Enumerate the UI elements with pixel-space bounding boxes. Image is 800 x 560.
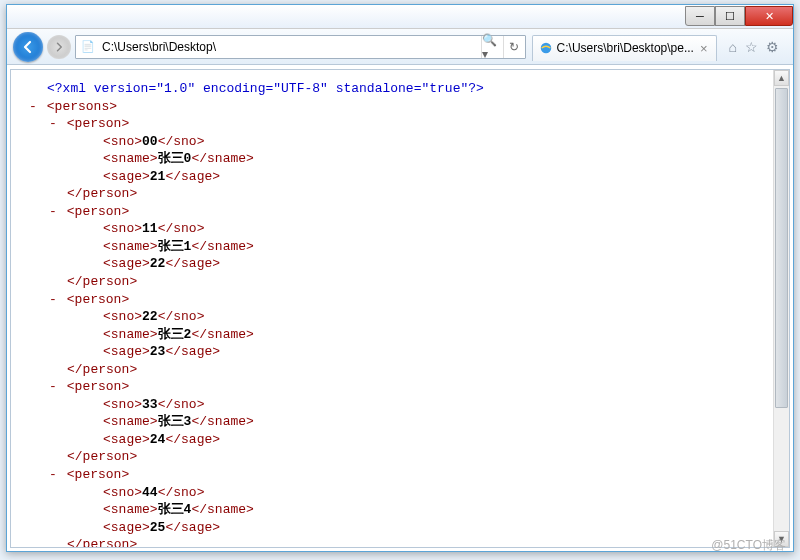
xml-line: <sname>张三4</sname> (27, 501, 757, 519)
refresh-button[interactable]: ↻ (503, 36, 525, 58)
page-icon: 📄 (80, 39, 96, 55)
collapse-toggle-icon[interactable]: - (47, 466, 59, 484)
xml-line: </person> (27, 273, 757, 291)
tab-title: C:\Users\bri\Desktop\pe... (557, 41, 694, 55)
xml-line: - <person> (27, 466, 757, 484)
address-bar[interactable]: 📄 🔍 ▾ ↻ (75, 35, 526, 59)
settings-gear-icon[interactable]: ⚙ (766, 39, 779, 55)
titlebar: ─ ☐ ✕ (7, 5, 793, 29)
address-input[interactable] (100, 40, 481, 54)
ie-icon (539, 41, 553, 55)
toolbar-icons: ⌂ ☆ ⚙ (721, 39, 787, 55)
tab-active[interactable]: C:\Users\bri\Desktop\pe... × (532, 35, 717, 61)
xml-line: - <person> (27, 378, 757, 396)
xml-line: </person> (27, 185, 757, 203)
collapse-toggle-icon[interactable]: - (47, 203, 59, 221)
xml-line: <sage>21</sage> (27, 168, 757, 186)
content-area: <?xml version="1.0" encoding="UTF-8" sta… (10, 69, 790, 548)
xml-line: <sno>00</sno> (27, 133, 757, 151)
collapse-toggle-icon[interactable]: - (47, 378, 59, 396)
collapse-toggle-icon[interactable]: - (47, 291, 59, 309)
xml-line: <sno>44</sno> (27, 484, 757, 502)
xml-line: <sage>22</sage> (27, 255, 757, 273)
xml-line: <sage>25</sage> (27, 519, 757, 537)
xml-line: </person> (27, 536, 757, 547)
search-dropdown-icon[interactable]: 🔍 ▾ (481, 36, 503, 58)
navbar: 📄 🔍 ▾ ↻ C:\Users\bri\Desktop\pe... × ⌂ ☆… (7, 29, 793, 65)
xml-line: <sname>张三3</sname> (27, 413, 757, 431)
collapse-toggle-icon[interactable]: - (47, 115, 59, 133)
arrow-right-icon (53, 41, 65, 53)
xml-line: </person> (27, 361, 757, 379)
close-button[interactable]: ✕ (745, 6, 793, 26)
xml-line: <sname>张三2</sname> (27, 326, 757, 344)
scroll-up-button[interactable]: ▲ (774, 70, 789, 86)
collapse-toggle-icon[interactable]: - (27, 98, 39, 116)
back-button[interactable] (13, 32, 43, 62)
tab-strip: C:\Users\bri\Desktop\pe... × (532, 33, 717, 61)
maximize-button[interactable]: ☐ (715, 6, 745, 26)
xml-line: <sno>11</sno> (27, 220, 757, 238)
window-buttons: ─ ☐ ✕ (685, 7, 793, 26)
arrow-left-icon (20, 39, 36, 55)
xml-line: <sname>张三0</sname> (27, 150, 757, 168)
xml-tree-view: <?xml version="1.0" encoding="UTF-8" sta… (11, 70, 773, 547)
xml-line: <sno>33</sno> (27, 396, 757, 414)
xml-line: <sno>22</sno> (27, 308, 757, 326)
favorites-icon[interactable]: ☆ (745, 39, 758, 55)
minimize-button[interactable]: ─ (685, 6, 715, 26)
tab-close-button[interactable]: × (698, 41, 710, 56)
xml-line: <sage>24</sage> (27, 431, 757, 449)
watermark: @51CTO博客 (711, 537, 786, 554)
xml-line: - <persons> (27, 98, 757, 116)
xml-line: - <person> (27, 291, 757, 309)
forward-button (47, 35, 71, 59)
xml-line: <sage>23</sage> (27, 343, 757, 361)
xml-line: - <person> (27, 115, 757, 133)
vertical-scrollbar[interactable]: ▲ ▼ (773, 70, 789, 547)
xml-line: <sname>张三1</sname> (27, 238, 757, 256)
xml-line: </person> (27, 448, 757, 466)
home-icon[interactable]: ⌂ (729, 39, 737, 55)
xml-line: <?xml version="1.0" encoding="UTF-8" sta… (27, 80, 757, 98)
scroll-thumb[interactable] (775, 88, 788, 408)
browser-window: ─ ☐ ✕ 📄 🔍 ▾ ↻ C:\Users\bri\Desktop\pe...… (6, 4, 794, 552)
xml-line: - <person> (27, 203, 757, 221)
